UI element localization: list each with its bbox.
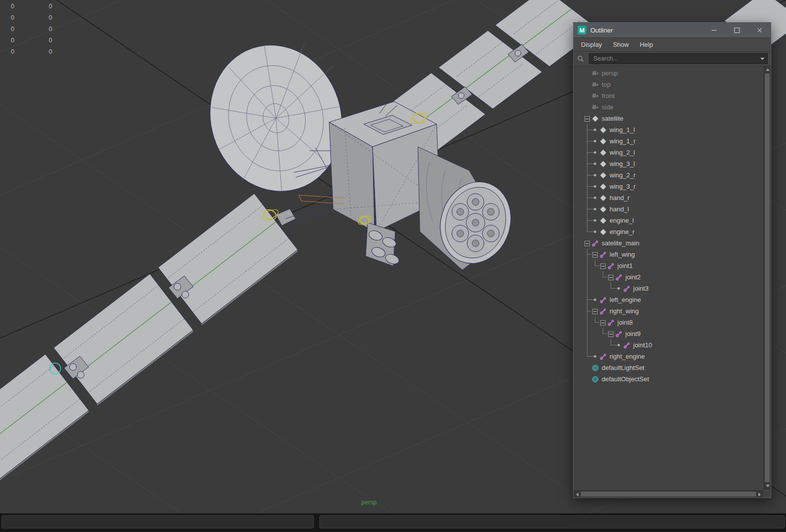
tree-guide: [591, 328, 599, 339]
hud-row: 00: [0, 46, 52, 58]
outliner-row-front[interactable]: front: [583, 90, 763, 101]
outliner-row-joint2[interactable]: joint2: [583, 271, 763, 283]
expander-spacer: [583, 101, 591, 113]
outliner-row-left_engine[interactable]: left_engine: [583, 294, 763, 305]
scroll-down-arrow-icon[interactable]: [764, 482, 771, 490]
outliner-vertical-scrollbar[interactable]: [763, 66, 771, 490]
tree-guide: [583, 294, 591, 305]
command-line-input[interactable]: [1, 515, 314, 529]
collapse-expander-icon[interactable]: [583, 113, 591, 124]
vertical-scroll-thumb[interactable]: [765, 73, 770, 482]
outliner-row-defaultLightSet[interactable]: defaultLightSet: [583, 362, 763, 373]
tree-dot: [591, 192, 599, 203]
close-icon: [757, 28, 762, 33]
outliner-item-label: defaultObjectSet: [601, 375, 649, 383]
collapse-expander-icon[interactable]: [591, 305, 599, 317]
outliner-row-joint1[interactable]: joint1: [583, 260, 763, 271]
outliner-titlebar[interactable]: M Outliner: [574, 23, 771, 37]
search-dropdown-arrow-icon[interactable]: [760, 58, 764, 60]
outliner-row-satellite[interactable]: satellite: [583, 113, 763, 124]
outliner-row-satelite_main[interactable]: satelite_main: [583, 237, 763, 249]
tree-dot: [591, 135, 599, 147]
outliner-row-joint9[interactable]: joint9: [583, 328, 763, 339]
outliner-row-side[interactable]: side: [583, 101, 763, 113]
outliner-item-label: wing_3_l: [609, 160, 635, 167]
outliner-row-joint10[interactable]: joint10: [583, 339, 763, 351]
hud-value: 0: [11, 46, 49, 58]
outliner-row-right_wing[interactable]: right_wing: [583, 305, 763, 317]
close-button[interactable]: [748, 23, 771, 37]
hud-value: 0: [11, 12, 49, 24]
outliner-row-wing_2_l[interactable]: wing_2_l: [583, 147, 763, 158]
outliner-item-label: joint10: [633, 341, 652, 349]
search-field[interactable]: [589, 53, 768, 64]
outliner-row-defaultObjectSet[interactable]: defaultObjectSet: [583, 373, 763, 385]
joint-icon: [623, 285, 631, 293]
camera-icon: [591, 92, 599, 100]
outliner-row-right_engine[interactable]: right_engine: [583, 351, 763, 362]
tree-dot: [591, 203, 599, 215]
collapse-expander-icon[interactable]: [599, 260, 607, 271]
scrollbar-corner: [763, 490, 771, 498]
heads-up-display: 0000000000: [0, 1, 52, 58]
camera-icon: [591, 103, 599, 111]
hud-value: 0: [49, 12, 52, 24]
joint-icon: [599, 307, 607, 315]
search-filter-icon[interactable]: [577, 55, 584, 63]
mesh-icon: [599, 126, 607, 134]
outliner-tree[interactable]: persptopfrontsidesatellitewing_1_lwing_1…: [574, 66, 763, 490]
tree-dot: [615, 339, 623, 351]
tree-guide: [607, 283, 615, 294]
tree-dot: [615, 283, 623, 294]
outliner-row-persp[interactable]: persp: [583, 67, 763, 79]
scroll-up-arrow-icon[interactable]: [764, 66, 771, 73]
collapse-expander-icon[interactable]: [591, 249, 599, 260]
tree-dot: [591, 124, 599, 135]
tree-guide: [599, 328, 607, 339]
hud-row: 00: [0, 35, 52, 46]
menu-show[interactable]: Show: [608, 41, 635, 48]
horizontal-scroll-thumb[interactable]: [581, 492, 756, 497]
outliner-row-joint8[interactable]: joint8: [583, 317, 763, 328]
search-input[interactable]: [592, 55, 760, 63]
outliner-row-wing_3_r[interactable]: wing_3_r: [583, 181, 763, 192]
joint-icon: [615, 273, 623, 281]
collapse-expander-icon[interactable]: [607, 271, 615, 283]
mesh-icon: [599, 171, 607, 179]
expander-spacer: [583, 362, 591, 373]
mesh-icon: [599, 228, 607, 236]
menu-display[interactable]: Display: [576, 41, 608, 48]
mesh-icon: [599, 137, 607, 145]
hud-row: 00: [0, 12, 52, 24]
tree-guide: [583, 169, 591, 181]
outliner-item-label: joint9: [625, 330, 641, 337]
outliner-row-joint3[interactable]: joint3: [583, 283, 763, 294]
outliner-row-wing_1_r[interactable]: wing_1_r: [583, 135, 763, 147]
outliner-row-engine_r[interactable]: engine_r: [583, 226, 763, 237]
outliner-row-hand_r[interactable]: hand_r: [583, 192, 763, 203]
expander-spacer: [583, 373, 591, 385]
outliner-row-wing_1_l[interactable]: wing_1_l: [583, 124, 763, 135]
outliner-row-wing_2_r[interactable]: wing_2_r: [583, 169, 763, 181]
scroll-right-arrow-icon[interactable]: [756, 491, 763, 498]
collapse-expander-icon[interactable]: [607, 328, 615, 339]
outliner-menubar: Display Show Help: [574, 37, 771, 52]
hud-value: 0: [49, 35, 52, 46]
outliner-row-top[interactable]: top: [583, 79, 763, 90]
tree-guide: [583, 135, 591, 147]
outliner-item-label: joint1: [617, 262, 633, 269]
scroll-left-arrow-icon[interactable]: [574, 491, 581, 498]
collapse-expander-icon[interactable]: [599, 317, 607, 328]
outliner-row-wing_3_l[interactable]: wing_3_l: [583, 158, 763, 169]
minimize-button[interactable]: [703, 23, 725, 37]
command-line-strip: [0, 513, 786, 532]
outliner-row-left_wing[interactable]: left_wing: [583, 249, 763, 260]
collapse-expander-icon[interactable]: [583, 237, 591, 249]
viewport-camera-label: persp: [361, 499, 376, 506]
maximize-button[interactable]: [725, 23, 748, 37]
menu-help[interactable]: Help: [634, 41, 658, 48]
outliner-row-hand_l[interactable]: hand_l: [583, 203, 763, 215]
outliner-horizontal-scrollbar[interactable]: [574, 490, 763, 498]
outliner-item-label: persp: [601, 69, 618, 77]
outliner-row-engine_l[interactable]: engine_l: [583, 215, 763, 226]
